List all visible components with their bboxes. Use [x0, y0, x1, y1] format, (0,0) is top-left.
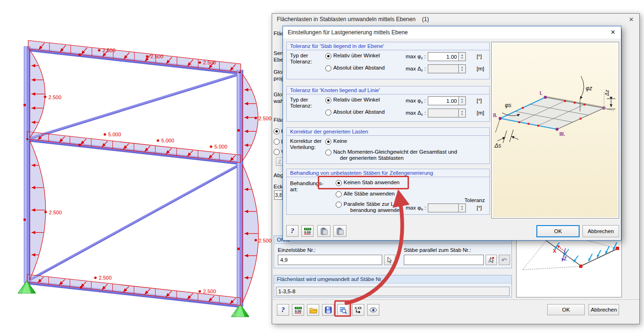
close-icon[interactable]: ✕ [608, 27, 618, 37]
covered-label: projiz [274, 76, 283, 81]
outer-dialog-titlebar: Flächenlasten in Stablasten umwandeln mi… [272, 14, 639, 25]
group-title: Toleranz für 'Stab liegend in der Ebene' [287, 42, 489, 50]
max-delta-input [428, 109, 459, 117]
pick-parallel-button[interactable] [486, 255, 497, 265]
covered-radio[interactable]: Lin [274, 139, 283, 145]
covered-group-header: Abgr [274, 172, 283, 178]
copy-settings-button[interactable] [317, 225, 330, 237]
ok-button[interactable]: OK [536, 225, 580, 237]
radio-absolut-abstand[interactable] [325, 65, 331, 71]
axis-x-label: X [553, 248, 557, 254]
column-load-shapes [30, 50, 259, 303]
left-column[interactable] [24, 47, 30, 283]
save-button[interactable] [322, 304, 334, 316]
korrektur-label: Korrektur der [290, 138, 322, 144]
open-button[interactable] [307, 304, 319, 316]
clipboard-icon [321, 227, 328, 235]
radio-relativ-winkel[interactable] [325, 53, 331, 59]
pick-members-button[interactable] [384, 255, 395, 265]
group-toleranz-stab: Toleranz für 'Stab liegend in der Ebene'… [286, 42, 490, 79]
unit-label: [°] [477, 54, 482, 59]
radio-parallele-staebe[interactable] [336, 202, 342, 208]
covered-group-header: Fläch [274, 31, 283, 36]
help-button[interactable]: ? [286, 225, 298, 237]
max-delta-field: ▲▼ [428, 109, 466, 117]
spinner[interactable]: ▲▼ [459, 203, 466, 212]
spinner[interactable]: ▲▼ [459, 64, 466, 73]
close-icon[interactable]: ✕ [626, 15, 636, 24]
spinner[interactable]: ▲▼ [459, 52, 466, 61]
covered-button[interactable]: Z [276, 157, 283, 166]
highlight-box-button [334, 300, 351, 317]
cancel-button[interactable]: Abbrechen [582, 225, 619, 237]
spinner[interactable]: ▲▼ [459, 96, 466, 105]
dialog-title: Flächenlasten in Stablasten umwandeln mi… [277, 16, 416, 23]
unit-label: [m] [477, 66, 484, 71]
corner-2-label: II. [493, 112, 497, 118]
covered-radio[interactable]: Ve [274, 149, 283, 156]
diagonal-upper[interactable] [27, 74, 240, 141]
einzelstaebe-input[interactable] [278, 255, 382, 265]
corner-1-label: I. [540, 90, 542, 96]
radio-label: Alle Stäbe anwenden [344, 191, 395, 196]
max-phi-input[interactable] [428, 96, 459, 105]
radio-label: Keine [333, 138, 347, 144]
corner-3-label: III. [559, 131, 565, 137]
covered-label: Globa [274, 69, 283, 75]
highlight-box-radio [318, 176, 409, 189]
save-icon [325, 306, 332, 313]
unit-label: [°] [477, 98, 482, 103]
radio-alle-staebe[interactable] [336, 191, 342, 197]
radio-keine[interactable] [325, 139, 331, 145]
help-button[interactable]: ? [277, 304, 289, 316]
ok-button[interactable]: OK [547, 304, 585, 315]
group-title: Korrektur der generierten Lasten [287, 128, 489, 136]
max-phi-b-label: max φb : [406, 205, 426, 211]
delta-s-label: Δs [494, 142, 501, 149]
radio-label: Parallele Stäbe zur Last- [344, 201, 403, 207]
parallel-input[interactable] [404, 255, 484, 265]
radio-absolut-abstand[interactable] [325, 109, 331, 116]
structural-model-view: 2.500 2.500 2.500 5.000 5.000 5.000 2.50… [0, 0, 273, 336]
toleranz-label: Toleranz [464, 197, 485, 203]
help-icon: ? [291, 227, 294, 235]
load-label: 2.500 [259, 238, 272, 243]
radio-label: Nach Momenten-Gleichgewicht der Gesamtla… [333, 149, 457, 155]
load-label: 2.500 [203, 289, 216, 294]
cancel-button[interactable]: Abbrechen [589, 304, 619, 315]
delta-z-label: Δz [604, 90, 610, 96]
decimal-places-button[interactable]: X.XX [352, 304, 364, 316]
radio-label: Absolut über Abstand [333, 65, 385, 70]
group-title: Flächenlast wird umgewandelt auf Stäbe N… [274, 275, 511, 283]
spinner[interactable]: ▲▼ [459, 109, 466, 117]
units-button[interactable]: 0.00 [292, 304, 304, 316]
diagonal-lower[interactable] [27, 164, 240, 282]
load-label: 2.500 [259, 116, 272, 121]
units-icon: 0.00 [304, 228, 311, 234]
display-button[interactable] [367, 304, 379, 316]
pick-cursor-x-icon [488, 257, 495, 263]
radio-label: Absolut über Abstand [333, 109, 385, 115]
load-direction-sketch: X Z [517, 240, 621, 296]
right-column[interactable] [237, 70, 243, 306]
covered-radio[interactable]: Ko [274, 128, 283, 135]
beam-load-bands [27, 40, 241, 305]
node-markers [24, 54, 241, 289]
paste-settings-button[interactable] [333, 225, 346, 237]
max-phi-label: max φz : [406, 54, 426, 60]
radio-momenten[interactable] [325, 149, 331, 156]
load-label: 5.000 [108, 132, 121, 137]
radio-relativ-winkel[interactable] [325, 97, 331, 103]
group-korrektur: Korrektur der generierten Lasten Korrekt… [286, 127, 490, 164]
apply-parallel-button[interactable] [499, 255, 510, 265]
max-phi-field: ▲▼ [428, 52, 466, 61]
max-delta-input [428, 64, 459, 73]
radio-label: Relativ über Winkel [333, 97, 380, 102]
units-button[interactable]: 0.00 [301, 225, 314, 237]
max-phi-input[interactable] [428, 52, 459, 61]
max-phi-b-field: ▲▼ [428, 203, 466, 212]
folder-icon [309, 307, 317, 313]
covered-input[interactable] [274, 190, 283, 200]
parallel-label: Stäbe parallel zum Stab Nr.: [404, 247, 471, 253]
type-label: Toleranz: [290, 59, 312, 64]
